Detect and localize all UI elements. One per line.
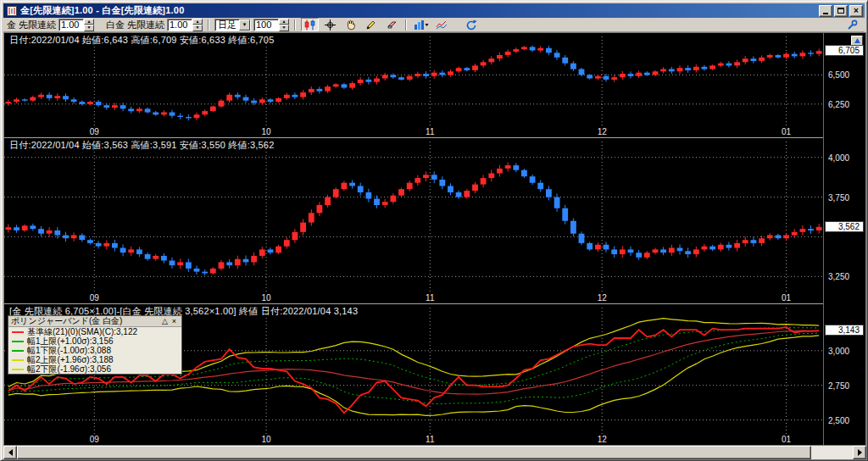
candle (759, 238, 765, 243)
candlestick-chart-button[interactable] (301, 18, 319, 31)
gold-chart[interactable]: 0910111201 (4, 33, 823, 137)
close-button[interactable]: × (849, 5, 863, 17)
candle (808, 229, 814, 230)
candle (718, 64, 724, 66)
bars-count-value[interactable]: 100 (253, 19, 279, 31)
spin-up-button[interactable]: ▲ (192, 19, 203, 25)
candle (284, 240, 290, 247)
legend-collapse-button[interactable]: △ (160, 317, 170, 326)
candle (243, 97, 249, 101)
candle (145, 108, 151, 112)
candle (611, 77, 617, 80)
crosshair-button[interactable] (321, 18, 339, 31)
spin-down-button[interactable]: ▼ (84, 25, 94, 31)
candle (546, 189, 552, 197)
legend-line-sample (12, 359, 24, 361)
legend-line-sample (12, 369, 24, 370)
y-axis-label: 3,250 (828, 272, 849, 281)
candle (767, 55, 773, 58)
candle (488, 58, 494, 62)
candle (226, 262, 232, 265)
candle (537, 183, 543, 190)
compare-chart-button[interactable] (432, 18, 450, 31)
legend-line-sample (12, 331, 24, 333)
candle (259, 99, 265, 103)
candle (431, 175, 437, 180)
settings-button[interactable] (843, 18, 861, 31)
legend-close-button[interactable]: × (170, 317, 179, 326)
spin-down-button[interactable]: ▼ (279, 25, 289, 31)
candle (382, 75, 388, 78)
hand-pan-button[interactable] (342, 18, 359, 31)
gold-info-line: 日付:2022/01/04 始値:6,643 高値:6,709 安値:6,633… (9, 34, 274, 47)
candle (87, 240, 93, 243)
legend-line-sample (12, 350, 24, 352)
candle (481, 178, 487, 185)
candle (170, 261, 175, 266)
svg-text:10: 10 (262, 127, 272, 136)
candle (800, 229, 806, 232)
candle (431, 73, 437, 76)
wrench-icon (847, 19, 858, 31)
period-dropdown[interactable]: 日足 ▼ (214, 19, 251, 31)
svg-text:12: 12 (598, 435, 608, 444)
scroll-left-button[interactable] (3, 446, 17, 459)
candle (47, 95, 53, 98)
candle (521, 170, 527, 177)
candle (210, 107, 216, 112)
indicator-menu-button[interactable] (412, 18, 430, 31)
spin-down-button[interactable]: ▼ (192, 25, 203, 31)
candle (317, 205, 323, 213)
scrollbar-track[interactable] (17, 446, 853, 459)
eraser-button[interactable] (382, 18, 400, 31)
scrollbar-thumb[interactable] (17, 446, 811, 459)
candle (103, 105, 109, 108)
indicator-histogram-icon (414, 19, 429, 31)
candle (30, 225, 36, 229)
candle (628, 249, 634, 253)
svg-text:12: 12 (598, 127, 608, 136)
candle (112, 105, 118, 108)
candle (202, 111, 208, 114)
gold-panel: 0910111201 日付:2022/01/04 始値:6,643 高値:6,7… (4, 33, 823, 137)
refresh-button[interactable] (462, 18, 480, 31)
platinum-chart[interactable]: 0910111201 (4, 138, 823, 303)
candle (579, 69, 585, 75)
candle (693, 67, 699, 70)
candle (702, 67, 708, 69)
candle (300, 223, 306, 232)
candle (604, 76, 609, 80)
y-axis-label: 3,750 (828, 193, 849, 203)
candle (398, 77, 404, 80)
instrument1-multiplier-value[interactable]: 1.00 (58, 19, 84, 31)
spin-up-button[interactable]: ▲ (279, 19, 289, 25)
candle (186, 262, 192, 269)
candle (177, 262, 183, 265)
candle (275, 247, 281, 253)
toolbar-separator (294, 19, 296, 31)
spin-up-button[interactable]: ▲ (84, 19, 94, 25)
candle (644, 73, 650, 75)
period-value: 日足 (215, 19, 239, 31)
candle (128, 249, 134, 253)
candle (685, 251, 691, 254)
candle (587, 243, 593, 250)
candle (505, 52, 511, 55)
candle (136, 249, 142, 254)
scroll-right-button[interactable] (853, 446, 866, 459)
candle (792, 232, 798, 236)
candle (349, 83, 355, 88)
minimize-button[interactable] (819, 5, 832, 17)
candle (54, 230, 60, 236)
dropdown-arrow-icon[interactable]: ▼ (239, 19, 250, 31)
candle (243, 259, 249, 263)
candle (751, 240, 757, 243)
candle (513, 165, 519, 170)
title-bar[interactable]: 金[先限連続]1.00 - 白金[先限連続]1.00 × (3, 3, 865, 18)
instrument2-multiplier-value[interactable]: 1.00 (167, 19, 192, 31)
draw-line-button[interactable] (362, 18, 380, 31)
candle (71, 236, 77, 239)
candle (464, 191, 470, 197)
candle (636, 73, 642, 76)
maximize-button[interactable] (834, 5, 848, 17)
